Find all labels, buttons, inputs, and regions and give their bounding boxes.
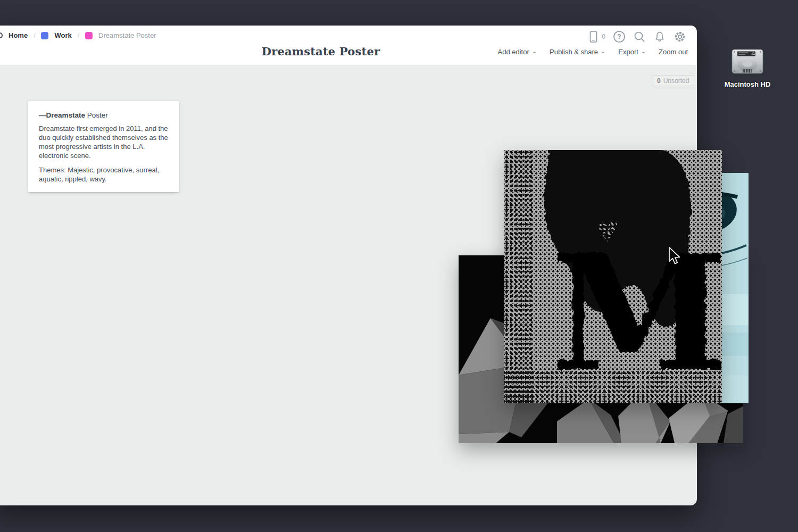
- notifications-button[interactable]: [653, 30, 666, 43]
- publish-share-button[interactable]: Publish & share⌄: [550, 48, 605, 56]
- gear-icon: [674, 30, 686, 43]
- action-toolbar: Add editor⌄ Publish & share⌄ Export⌄ Zoo…: [498, 48, 688, 56]
- zoom-out-button[interactable]: Zoom out: [659, 48, 688, 56]
- note-card-paragraph: Themes: Majestic, provocative, surreal, …: [39, 165, 169, 184]
- unsorted-count: 0: [657, 77, 661, 85]
- work-board-icon[interactable]: [41, 32, 48, 39]
- hard-drive-icon: [730, 45, 764, 77]
- macintosh-hd-item[interactable]: Macintosh HD: [713, 45, 782, 88]
- home-avatar-icon[interactable]: [0, 32, 3, 38]
- chevron-down-icon: ⌄: [641, 48, 646, 54]
- current-board-icon: [85, 32, 93, 39]
- page-title: Dreamstate Poster: [262, 45, 380, 58]
- note-card-title: —Dreamstate Poster: [39, 111, 169, 119]
- breadcrumb-separator: /: [78, 32, 79, 39]
- halftone-m-image[interactable]: M: [504, 150, 722, 403]
- mobile-count: 0: [602, 33, 605, 40]
- window-header: Home / Work / Dreamstate Poster 0 ?: [0, 26, 697, 66]
- chevron-down-icon: ⌄: [601, 48, 605, 54]
- breadcrumb-home[interactable]: Home: [9, 31, 28, 39]
- mobile-phone-icon: [587, 30, 600, 43]
- utility-toolbar: 0 ?: [587, 30, 686, 43]
- search-button[interactable]: [633, 30, 646, 43]
- bell-icon: [653, 30, 666, 43]
- breadcrumb: Home / Work / Dreamstate Poster: [0, 31, 156, 39]
- breadcrumb-current: Dreamstate Poster: [98, 31, 156, 39]
- unsorted-badge[interactable]: 0 Unsorted: [652, 75, 694, 86]
- svg-text:M: M: [551, 219, 722, 403]
- export-button[interactable]: Export⌄: [618, 48, 646, 56]
- question-glyph: ?: [617, 33, 621, 40]
- search-icon: [633, 30, 646, 43]
- breadcrumb-work[interactable]: Work: [54, 31, 71, 39]
- add-editor-button[interactable]: Add editor⌄: [498, 48, 537, 56]
- help-button[interactable]: ?: [613, 30, 626, 43]
- breadcrumb-separator: /: [34, 32, 35, 39]
- drive-label: Macintosh HD: [713, 80, 782, 88]
- chevron-down-icon: ⌄: [532, 48, 537, 54]
- unsorted-label: Unsorted: [663, 77, 689, 85]
- mobile-devices-button[interactable]: 0: [587, 30, 605, 43]
- mouse-cursor-icon: [668, 246, 683, 269]
- note-card-paragraph: Dreamstate first emerged in 2011, and th…: [39, 124, 169, 160]
- note-card[interactable]: —Dreamstate Poster Dreamstate first emer…: [28, 101, 179, 192]
- settings-button[interactable]: [674, 30, 686, 43]
